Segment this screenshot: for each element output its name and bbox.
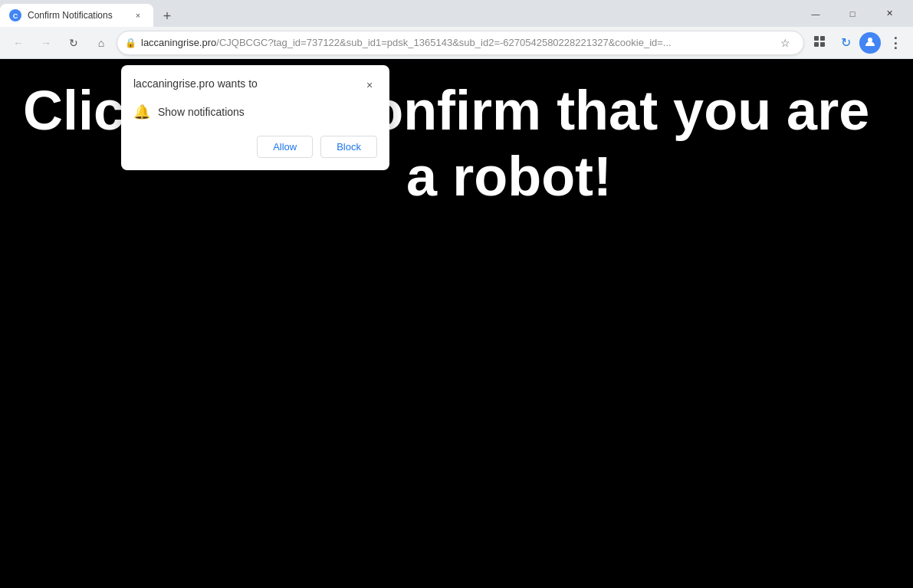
menu-button[interactable]: ⋮ bbox=[882, 31, 907, 55]
home-icon: ⌂ bbox=[98, 37, 104, 49]
reload-button[interactable]: ↻ bbox=[61, 31, 86, 55]
reload-spinning-button[interactable]: ↻ bbox=[833, 31, 858, 55]
spinning-reload-icon: ↻ bbox=[841, 35, 851, 50]
popup-title: laccaningrise.pro wants to bbox=[133, 77, 258, 90]
page-content: Clic confirm that you are a robot! lacca… bbox=[0, 59, 913, 588]
title-bar: C Confirm Notifications × + — □ ✕ bbox=[0, 0, 913, 27]
active-tab[interactable]: C Confirm Notifications × bbox=[0, 4, 153, 27]
profile-icon bbox=[864, 35, 876, 50]
popup-actions: Allow Block bbox=[133, 136, 377, 158]
tab-strip: C Confirm Notifications × + bbox=[0, 0, 798, 27]
svg-rect-2 bbox=[814, 36, 819, 41]
window-close-button[interactable]: ✕ bbox=[872, 0, 907, 27]
permission-label: Show notifications bbox=[158, 106, 245, 118]
toolbar-actions: ↻ ⋮ bbox=[807, 31, 907, 55]
window-controls: — □ ✕ bbox=[798, 0, 913, 27]
bookmark-button[interactable]: ☆ bbox=[774, 32, 796, 54]
profile-button[interactable] bbox=[859, 32, 881, 54]
svg-rect-3 bbox=[820, 36, 825, 41]
back-button[interactable]: ← bbox=[6, 31, 31, 55]
allow-button[interactable]: Allow bbox=[257, 136, 313, 158]
extensions-button[interactable] bbox=[807, 31, 832, 55]
menu-dots-icon: ⋮ bbox=[888, 34, 902, 51]
tab-favicon: C bbox=[9, 9, 21, 21]
svg-rect-4 bbox=[814, 42, 819, 47]
url-display: laccaningrise.pro/CJQBCGC?tag_id=737122&… bbox=[141, 37, 770, 48]
extensions-icon bbox=[813, 35, 826, 51]
new-tab-button[interactable]: + bbox=[156, 5, 178, 27]
star-icon: ☆ bbox=[780, 37, 790, 49]
back-icon: ← bbox=[13, 37, 24, 49]
popup-close-button[interactable]: × bbox=[362, 77, 377, 93]
forward-icon: → bbox=[41, 37, 51, 49]
reload-icon: ↻ bbox=[69, 37, 78, 49]
minimize-button[interactable]: — bbox=[798, 0, 833, 27]
popup-permission-row: 🔔 Show notifications bbox=[133, 103, 377, 120]
popup-header: laccaningrise.pro wants to × bbox=[133, 77, 377, 93]
url-path: /CJQBCGC?tag_id=737122&sub_id1=pdsk_1365… bbox=[216, 37, 671, 48]
svg-text:C: C bbox=[13, 12, 18, 20]
forward-button[interactable]: → bbox=[34, 31, 58, 55]
home-button[interactable]: ⌂ bbox=[89, 31, 113, 55]
notification-popup: laccaningrise.pro wants to × 🔔 Show noti… bbox=[121, 65, 389, 170]
toolbar: ← → ↻ ⌂ 🔒 laccaningrise.pro/CJQBCGC?tag_… bbox=[0, 27, 913, 59]
address-bar[interactable]: 🔒 laccaningrise.pro/CJQBCGC?tag_id=73712… bbox=[117, 31, 804, 55]
svg-rect-5 bbox=[820, 42, 825, 47]
lock-icon: 🔒 bbox=[125, 38, 136, 48]
bell-icon: 🔔 bbox=[133, 103, 150, 120]
tab-close-button[interactable]: × bbox=[132, 9, 144, 21]
maximize-button[interactable]: □ bbox=[835, 0, 870, 27]
block-button[interactable]: Block bbox=[320, 136, 377, 158]
tab-title: Confirm Notifications bbox=[28, 10, 126, 21]
url-domain: laccaningrise.pro bbox=[141, 37, 216, 48]
